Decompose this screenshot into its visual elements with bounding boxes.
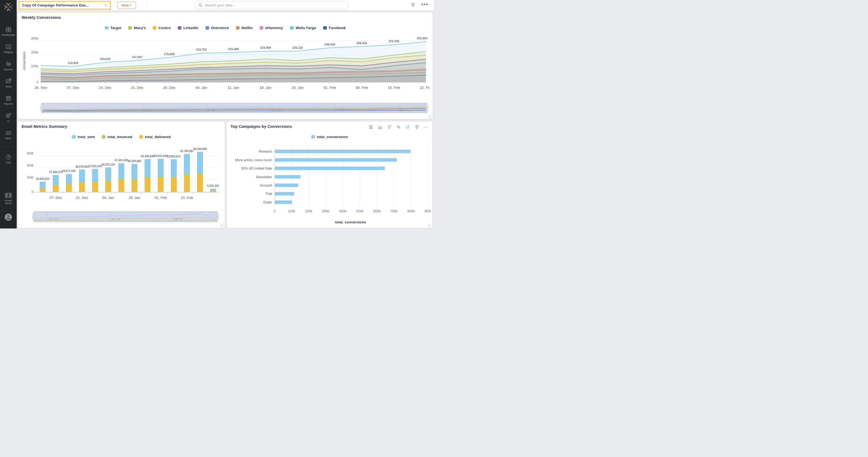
sidebar-item-label: Alerts: [5, 85, 11, 88]
legend-label: total_bounced: [107, 135, 132, 139]
legend-item-total-bounced[interactable]: total_bounced: [102, 135, 132, 139]
bar-more-artists-more-music: [275, 158, 397, 162]
sidebar-item-help[interactable]: Help: [0, 150, 17, 167]
panel-resize-handle[interactable]: [428, 115, 431, 118]
filter-funnel-icon[interactable]: [414, 125, 420, 130]
legend-swatch: [206, 26, 209, 30]
legend-item-macy-s[interactable]: Macy's: [128, 26, 146, 30]
legend-label: Macy's: [134, 26, 146, 30]
alerts-icon: [5, 78, 11, 84]
legend-item-target[interactable]: Target: [105, 26, 121, 30]
legend-item-wells-fargo[interactable]: Wells Fargo: [290, 26, 316, 30]
menu-icon[interactable]: [369, 125, 374, 130]
legend-item-total-delivered[interactable]: total_delivered: [139, 135, 170, 139]
sidebar-item-queries[interactable]: Queries: [0, 57, 17, 74]
svg-text:08. Feb: 08. Feb: [355, 86, 368, 90]
svg-text:178,838: 178,838: [164, 53, 175, 56]
svg-text:07. Dec: 07. Dec: [67, 86, 80, 90]
sidebar-item-label: More: [5, 137, 11, 140]
sidebar-item-more[interactable]: More: [0, 126, 17, 143]
top-campaigns-chart[interactable]: 0100k200k300k400k500k600k700k800k900kRew…: [229, 143, 431, 219]
legend-swatch: [236, 26, 240, 30]
column-chart-icon[interactable]: [378, 125, 383, 130]
legend-label: total_conversions: [317, 135, 348, 139]
svg-text:47,431,520: 47,431,520: [115, 159, 128, 162]
search-input[interactable]: [205, 3, 345, 7]
sidebar-item-dashboards[interactable]: Dashboards: [0, 23, 17, 40]
weekly-conversions-chart[interactable]: 0100k200k300kconversions114,959143,63015…: [22, 37, 429, 100]
svg-text:0: 0: [36, 80, 38, 84]
panel-resize-handle[interactable]: [220, 223, 223, 227]
email-metrics-chart[interactable]: 020M40M60M16,942,81427,945,57029,577,059…: [21, 145, 222, 210]
svg-text:conversions: conversions: [22, 52, 26, 70]
dashboard-selector[interactable]: Copy Of Campaign Performance Das... ∨: [18, 1, 111, 10]
legend-swatch: [311, 135, 315, 139]
queries-icon: [5, 61, 11, 67]
legend-item-total-conversions[interactable]: total_conversions: [311, 135, 348, 139]
svg-text:46,200,883: 46,200,883: [128, 160, 141, 163]
svg-text:292,863: 292,863: [417, 37, 428, 40]
insight-bulb-icon[interactable]: [387, 125, 392, 130]
more-ellipsis-icon[interactable]: [424, 125, 429, 130]
legend-campaigns: total_conversions: [227, 135, 432, 139]
alert-bell-plus-icon[interactable]: [405, 125, 410, 130]
svg-text:Account: Account: [260, 184, 272, 187]
svg-text:21. Dec: 21. Dec: [76, 196, 88, 200]
bar-newsletter: [275, 175, 301, 179]
legend-item-costco[interactable]: Costco: [153, 26, 171, 30]
svg-text:200k: 200k: [31, 51, 38, 54]
sidebar-item-widgets[interactable]: Widgets: [0, 40, 17, 57]
filter-funnel-icon[interactable]: [410, 2, 416, 8]
legend-label: eHarmony: [265, 26, 283, 30]
sidebar-help-container: Help: [0, 150, 17, 167]
svg-text:100k: 100k: [31, 64, 38, 68]
svg-text:More artists, more music: More artists, more music: [235, 158, 272, 162]
knowi-logo-icon[interactable]: [3, 2, 13, 12]
email-range-navigator[interactable]: Dec '14Jan '15Feb '15: [33, 211, 218, 222]
legend-swatch: [178, 26, 182, 30]
svg-text:224,099: 224,099: [260, 46, 271, 49]
sidebar-item-ai[interactable]: AI: [0, 109, 17, 126]
weekly-range-navigator[interactable]: 8. Dec22. Dec5. Jan19. Jan2. Feb16. Feb: [41, 103, 427, 113]
new-button[interactable]: New +: [117, 2, 136, 9]
svg-text:40M: 40M: [27, 164, 33, 167]
widget-toolbar: [369, 125, 429, 130]
legend-item-netflix[interactable]: Netflix: [236, 26, 252, 30]
navigator-right-handle[interactable]: [426, 105, 428, 111]
svg-text:54,615,344: 54,615,344: [154, 155, 167, 158]
svg-text:36,976,901: 36,976,901: [75, 165, 89, 168]
navigator-left-handle[interactable]: [40, 105, 43, 111]
svg-text:18. Jan: 18. Jan: [128, 196, 140, 200]
svg-text:143,630: 143,630: [100, 57, 111, 61]
svg-text:300k: 300k: [31, 37, 38, 40]
sidebar-item-label: Widgets: [4, 51, 13, 54]
legend-item-overstock[interactable]: Overstock: [206, 26, 229, 30]
sidebar-item-alerts[interactable]: Alerts: [0, 74, 17, 92]
svg-text:30% off Limited Sale: 30% off Limited Sale: [241, 167, 272, 170]
widgets-icon: [5, 43, 11, 50]
legend-item-eharmony[interactable]: eHarmony: [259, 26, 283, 30]
legend-label: Facebook: [329, 26, 346, 30]
legend-label: Costco: [158, 26, 171, 30]
avatar[interactable]: [4, 213, 12, 221]
svg-text:15. Feb: 15. Feb: [181, 196, 193, 200]
legend-item-linkedin[interactable]: LinkedIn: [178, 26, 198, 30]
ai-sparkle-icon[interactable]: [396, 125, 401, 130]
navigator-left-handle[interactable]: [32, 214, 35, 220]
sidebar-item-label: Dashboards: [2, 34, 16, 36]
navigator-right-handle[interactable]: [216, 214, 219, 220]
legend-item-facebook[interactable]: Facebook: [323, 26, 346, 30]
svg-text:157,867: 157,867: [132, 56, 143, 59]
sidebar-item-reports[interactable]: Reports: [0, 92, 17, 109]
ai-icon: [5, 112, 11, 119]
bar-30-off-limited-sale: [275, 167, 385, 170]
legend-item-total-sent[interactable]: total_sent: [72, 135, 95, 139]
legend-swatch: [72, 135, 76, 139]
legend-swatch: [139, 135, 143, 139]
topbar-more-ellipsis-icon[interactable]: ●●●: [421, 2, 428, 8]
panel-resize-handle[interactable]: [428, 223, 431, 227]
more-icon: [5, 130, 11, 136]
svg-text:Rewards: Rewards: [259, 150, 272, 154]
svg-text:21. Dec: 21. Dec: [131, 86, 144, 90]
sidebar-item-knowi-admin[interactable]: Knowi Admin: [0, 193, 17, 204]
